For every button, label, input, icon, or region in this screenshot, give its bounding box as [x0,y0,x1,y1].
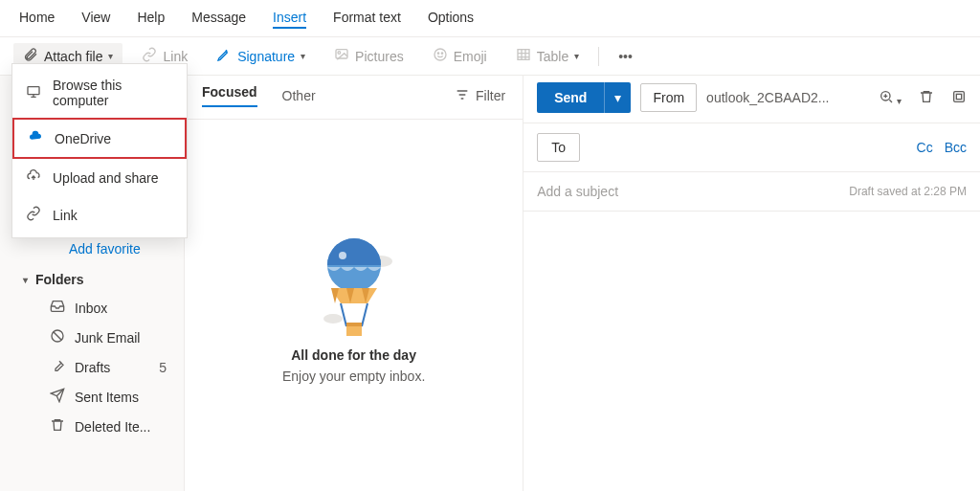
pictures-button[interactable]: Pictures [324,43,413,69]
filter-button[interactable]: Filter [455,87,505,105]
send-split-button: Send ▾ [537,82,631,113]
folder-sent[interactable]: Sent Items [0,382,184,412]
onedrive-icon [28,129,43,147]
discard-button[interactable] [919,89,934,107]
dropdown-link[interactable]: Link [12,196,187,234]
subject-row: Draft saved at 2:28 PM [523,172,980,212]
dropdown-upload-share[interactable]: Upload and share [12,159,187,196]
compose-header: Send ▾ From outlook_2CBAAD2... ▾ [523,73,980,123]
table-button[interactable]: Table ▾ [506,43,589,69]
link-label: Link [163,49,188,64]
dropdown-link-label: Link [53,208,78,223]
menu-format-text[interactable]: Format text [333,8,401,29]
drafts-icon [50,358,65,376]
folder-label: Sent Items [75,390,139,405]
pictures-label: Pictures [355,49,404,64]
from-address: outlook_2CBAAD2... [706,90,829,105]
more-button[interactable]: ••• [609,45,642,68]
folder-label: Deleted Ite... [75,419,150,435]
attach-file-label: Attach file [44,49,102,64]
empty-subtitle: Enjoy your empty inbox. [282,368,425,384]
computer-icon [26,84,41,102]
chevron-down-icon: ▾ [23,275,28,285]
tab-focused[interactable]: Focused [202,84,257,107]
link-icon [26,206,41,224]
to-input[interactable] [590,141,907,155]
dropdown-browse-label: Browse this computer [53,78,173,108]
folders-header[interactable]: ▾ Folders [0,266,184,293]
cloud-upload-icon [26,168,41,187]
menu-message[interactable]: Message [191,8,246,29]
svg-point-11 [339,252,346,259]
svg-rect-5 [518,50,529,60]
svg-point-4 [441,53,442,54]
menu-bar: Home View Help Message Insert Format tex… [0,0,980,37]
signature-button[interactable]: Signature ▾ [207,43,315,69]
emoji-icon [433,47,448,65]
from-button[interactable]: From [640,83,697,112]
menu-insert[interactable]: Insert [273,8,306,29]
folder-label: Drafts [75,360,110,375]
svg-line-13 [362,303,368,326]
chevron-down-icon: ▾ [301,51,305,61]
popout-button[interactable] [951,89,967,107]
balloon-illustration [306,227,402,342]
tab-other[interactable]: Other [282,88,316,103]
chevron-down-icon: ▾ [574,51,579,61]
menu-options[interactable]: Options [428,8,474,29]
folder-label: Inbox [75,301,107,316]
send-button[interactable]: Send [537,82,604,113]
menu-help[interactable]: Help [137,8,165,29]
menu-home[interactable]: Home [19,8,55,29]
junk-icon [50,328,65,346]
empty-title: All done for the day [291,347,416,363]
svg-rect-6 [28,86,39,94]
table-icon [516,47,531,65]
folders-header-label: Folders [35,272,84,287]
dropdown-browse-computer[interactable]: Browse this computer [12,68,187,118]
dropdown-upload-label: Upload and share [53,170,159,186]
svg-rect-17 [954,91,965,101]
filter-icon [455,87,470,105]
chevron-down-icon: ▾ [108,51,113,61]
emoji-button[interactable]: Emoji [423,43,497,69]
svg-point-1 [338,52,341,55]
sent-icon [50,388,65,406]
bcc-button[interactable]: Bcc [945,140,967,155]
folder-deleted[interactable]: Deleted Ite... [0,412,184,441]
draft-status: Draft saved at 2:28 PM [849,185,967,198]
svg-point-3 [437,53,438,54]
table-label: Table [537,49,568,64]
cc-button[interactable]: Cc [917,140,933,155]
trash-icon [50,417,65,435]
svg-point-9 [323,314,343,324]
chevron-down-icon: ▾ [614,90,621,105]
subject-input[interactable] [537,184,849,199]
signature-label: Signature [237,49,295,64]
dropdown-onedrive[interactable]: OneDrive [12,118,187,159]
svg-rect-18 [956,94,961,99]
folder-count: 5 [159,360,172,375]
send-dropdown-button[interactable]: ▾ [604,82,631,113]
attach-file-dropdown: Browse this computer OneDrive Upload and… [11,63,188,238]
folder-inbox[interactable]: Inbox [0,293,184,323]
svg-rect-15 [346,323,362,326]
ellipsis-icon: ••• [618,49,633,64]
folder-junk[interactable]: Junk Email [0,323,184,352]
svg-line-12 [341,303,346,326]
to-row: To Cc Bcc [523,123,980,172]
menu-view[interactable]: View [81,8,110,29]
to-button[interactable]: To [537,133,580,162]
inbox-tabs: Focused Other Filter [185,73,523,120]
dropdown-onedrive-label: OneDrive [55,131,111,146]
filter-label: Filter [476,88,505,103]
zoom-button[interactable]: ▾ [879,89,902,107]
folder-label: Junk Email [75,330,140,346]
inbox-icon [50,299,65,317]
chevron-down-icon: ▾ [894,96,902,106]
empty-inbox-state: All done for the day Enjoy your empty in… [185,120,523,491]
folder-drafts[interactable]: Drafts 5 [0,352,184,382]
compose-pane: Send ▾ From outlook_2CBAAD2... ▾ To Cc B… [523,73,980,491]
svg-point-2 [434,49,446,60]
pictures-icon [334,47,349,65]
